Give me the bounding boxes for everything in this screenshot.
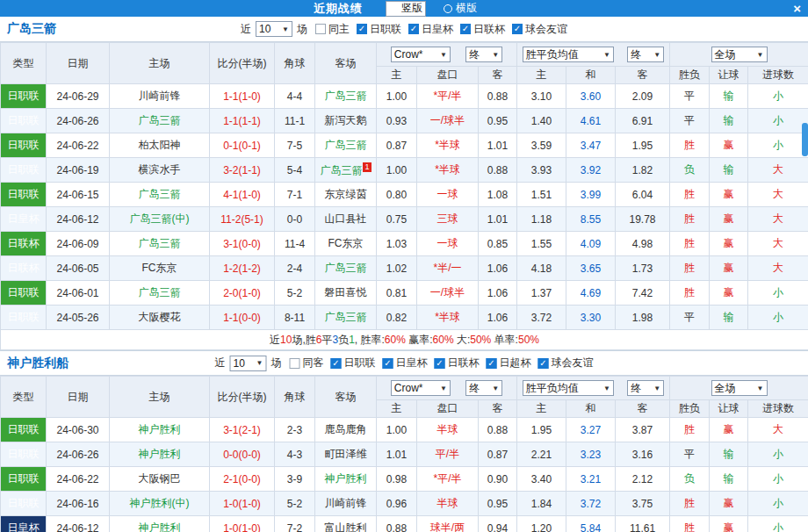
- goals-result: 小: [748, 109, 808, 133]
- score: 2-1(0-0): [210, 467, 275, 492]
- home-team[interactable]: 神户胜利(中): [110, 492, 210, 516]
- layout-radio-vertical[interactable]: 竖版: [386, 1, 426, 17]
- away-team[interactable]: 东京绿茵: [315, 183, 377, 207]
- home-team[interactable]: 大阪钢巴: [110, 467, 210, 492]
- col-score: 比分(半场): [210, 43, 275, 84]
- note-badge: 1: [363, 162, 371, 172]
- checkbox-icon[interactable]: [315, 24, 326, 34]
- scope-select[interactable]: 全场▼: [711, 380, 768, 396]
- near-label: 近: [215, 356, 226, 370]
- away-team[interactable]: 町田泽维: [315, 442, 377, 467]
- checkbox-icon[interactable]: [290, 358, 300, 369]
- home-team[interactable]: 广岛三箭(中): [110, 207, 210, 232]
- handicap-line: *半球: [417, 158, 479, 183]
- away-team[interactable]: 富山胜利: [315, 516, 377, 532]
- home-team[interactable]: 神户胜利: [110, 442, 210, 467]
- score: 1-0(1-0): [210, 516, 275, 532]
- checkbox-label: 球会友谊: [552, 356, 594, 370]
- checkbox-icon[interactable]: ✓: [460, 24, 471, 34]
- layout-radio-horizontal[interactable]: 横版: [444, 1, 477, 16]
- away-team[interactable]: 鹿岛鹿角: [315, 418, 377, 442]
- filter-checkbox[interactable]: ✓日职联: [331, 356, 376, 370]
- match-count-select[interactable]: 10▼: [230, 356, 267, 371]
- chevron-down-icon: ▼: [492, 51, 499, 59]
- odds-away: 11.61: [616, 516, 670, 532]
- filter-checkbox[interactable]: ✓日皇杯: [383, 356, 428, 370]
- checkbox-icon[interactable]: ✓: [408, 24, 419, 34]
- filter-checkbox[interactable]: ✓日职联: [357, 22, 401, 37]
- close-icon[interactable]: ×: [793, 0, 801, 17]
- filter-checkbox[interactable]: ✓日联杯: [460, 22, 505, 37]
- away-team[interactable]: 川崎前锋: [315, 492, 377, 516]
- checkbox-icon[interactable]: ✓: [383, 358, 393, 369]
- final-odds-select[interactable]: 终▼: [627, 47, 664, 62]
- home-team[interactable]: 柏太阳神: [110, 133, 210, 158]
- away-team[interactable]: 新泻天鹅: [315, 109, 377, 133]
- away-team[interactable]: 广岛三箭1: [315, 158, 377, 183]
- match-count-select[interactable]: 10▼: [256, 21, 292, 37]
- final-odds-select[interactable]: 终▼: [465, 380, 502, 396]
- away-team[interactable]: 山口县社: [315, 207, 377, 232]
- away-team[interactable]: FC东京: [315, 232, 377, 256]
- home-team[interactable]: 广岛三箭: [110, 183, 210, 207]
- bookmaker-select[interactable]: Crow*▼: [391, 380, 451, 396]
- filter-checkbox[interactable]: ✓日联杯: [435, 356, 480, 370]
- filter-checkbox[interactable]: ✓日超杯: [487, 356, 531, 370]
- handicap-result: 赢: [710, 232, 748, 256]
- home-team[interactable]: 广岛三箭: [110, 109, 210, 133]
- wdl-odds-header: 胜平负均值▼ 终▼: [517, 43, 670, 67]
- checkbox-icon[interactable]: ✓: [357, 24, 367, 34]
- checkbox-icon[interactable]: ✓: [331, 358, 342, 369]
- final-odds-select[interactable]: 终▼: [465, 47, 502, 62]
- odds-draw: 3.30: [566, 306, 616, 330]
- col-ah-home: 主: [377, 67, 417, 84]
- chevron-down-icon: ▼: [492, 385, 499, 392]
- away-team[interactable]: 广岛三箭: [315, 133, 377, 158]
- home-team[interactable]: FC东京: [110, 256, 210, 281]
- final-odds-select[interactable]: 终▼: [627, 380, 664, 396]
- filter-checkbox[interactable]: 同主: [315, 22, 350, 37]
- filter-checkbox[interactable]: ✓日皇杯: [408, 22, 453, 37]
- away-team[interactable]: 广岛三箭: [315, 306, 377, 330]
- col-home: 主场: [110, 43, 210, 84]
- home-team[interactable]: 横滨水手: [110, 158, 210, 183]
- radio-icon: [389, 4, 398, 13]
- checkbox-icon[interactable]: ✓: [435, 358, 445, 369]
- ah-home-odds: 1.02: [377, 256, 417, 281]
- wdl-average-select[interactable]: 胜平负均值▼: [523, 47, 614, 62]
- corner-score: 2-4: [275, 256, 315, 281]
- away-team[interactable]: 广岛三箭: [315, 84, 377, 109]
- chevron-down-icon: ▼: [603, 51, 610, 59]
- summary-segment: , 胜率:: [355, 334, 385, 346]
- checkbox-icon[interactable]: ✓: [487, 358, 497, 369]
- scrollbar-thumb[interactable]: [802, 123, 808, 156]
- score: 1-1(0-0): [210, 306, 275, 330]
- filter-checkbox[interactable]: ✓球会友谊: [538, 356, 594, 370]
- odds-away: 2.09: [616, 84, 670, 109]
- home-team[interactable]: 神户胜利: [110, 516, 210, 532]
- home-team[interactable]: 广岛三箭: [110, 232, 210, 256]
- home-team[interactable]: 川崎前锋: [110, 84, 210, 109]
- corner-score: 3-9: [275, 467, 315, 492]
- wdl-average-select[interactable]: 胜平负均值▼: [523, 380, 614, 396]
- score: 0-0(0-0): [210, 442, 275, 467]
- home-team[interactable]: 广岛三箭: [110, 281, 210, 306]
- ah-home-odds: 0.75: [377, 207, 417, 232]
- result: 平: [670, 442, 710, 467]
- away-team[interactable]: 广岛三箭: [315, 256, 377, 281]
- ah-home-odds: 1.00: [377, 158, 417, 183]
- away-team[interactable]: 神户胜利: [315, 467, 377, 492]
- bookmaker-select[interactable]: Crow*▼: [391, 47, 451, 62]
- filter-checkbox[interactable]: ✓球会友谊: [512, 22, 567, 37]
- home-team[interactable]: 大阪樱花: [110, 306, 210, 330]
- checkbox-icon[interactable]: ✓: [512, 24, 523, 34]
- goals-result: 小: [748, 306, 808, 330]
- away-team[interactable]: 磐田喜悦: [315, 281, 377, 306]
- filter-checkbox[interactable]: 同客: [290, 356, 324, 370]
- checkbox-icon[interactable]: ✓: [538, 358, 549, 369]
- home-team[interactable]: 神户胜利: [110, 418, 210, 442]
- scope-select[interactable]: 全场▼: [711, 47, 768, 62]
- match-row: 日职联24-06-22大阪钢巴2-1(0-0)3-9神户胜利0.98*平/半0.…: [1, 467, 808, 492]
- match-date: 24-06-22: [47, 133, 110, 158]
- summary-segment: 60%: [385, 334, 406, 346]
